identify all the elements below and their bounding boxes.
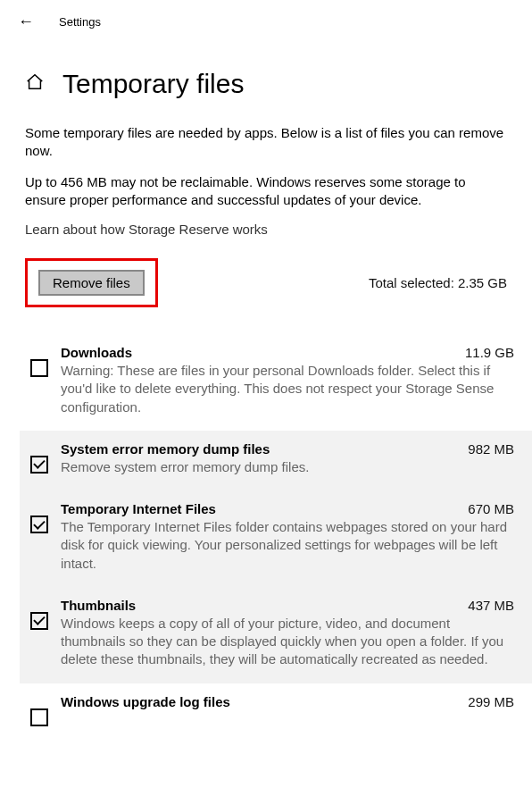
file-item-size: 437 MB bbox=[459, 598, 514, 613]
file-item-size: 299 MB bbox=[459, 694, 514, 709]
file-item-description: The Temporary Internet Files folder cont… bbox=[61, 518, 514, 573]
remove-files-button[interactable]: Remove files bbox=[38, 270, 145, 296]
file-item-body: Thumbnails437 MBWindows keeps a copy of … bbox=[61, 598, 514, 669]
description-2: Up to 456 MB may not be reclaimable. Win… bbox=[25, 173, 507, 210]
file-item[interactable]: Thumbnails437 MBWindows keeps a copy of … bbox=[20, 587, 532, 683]
file-item-name: System error memory dump files bbox=[61, 441, 270, 457]
header-title: Settings bbox=[59, 15, 101, 29]
description-1: Some temporary files are needed by apps.… bbox=[25, 124, 507, 161]
file-item-size: 982 MB bbox=[459, 441, 514, 457]
file-item-head: Downloads11.9 GB bbox=[61, 345, 514, 360]
file-item-body: System error memory dump files982 MBRemo… bbox=[61, 441, 514, 476]
content: Some temporary files are needed by apps.… bbox=[0, 106, 532, 741]
file-item-name: Temporary Internet Files bbox=[61, 501, 216, 516]
file-item-size: 11.9 GB bbox=[456, 345, 514, 360]
file-item[interactable]: System error memory dump files982 MBRemo… bbox=[20, 431, 532, 490]
file-item-head: Temporary Internet Files670 MB bbox=[61, 501, 514, 516]
total-selected-label: Total selected: 2.35 GB bbox=[369, 275, 507, 290]
home-icon[interactable] bbox=[25, 72, 45, 96]
action-row: Remove files Total selected: 2.35 GB bbox=[25, 258, 507, 307]
file-item-description: Windows keeps a copy of all of your pict… bbox=[61, 615, 514, 669]
file-item-name: Windows upgrade log files bbox=[61, 694, 230, 709]
file-item-name: Thumbnails bbox=[61, 598, 136, 613]
highlight-annotation: Remove files bbox=[25, 258, 158, 307]
header-bar: ← Settings bbox=[0, 0, 532, 44]
title-row: Temporary files bbox=[0, 44, 532, 106]
checkbox[interactable] bbox=[30, 516, 48, 533]
file-item-size: 670 MB bbox=[459, 501, 514, 516]
file-list: Downloads11.9 GBWarning: These are files… bbox=[20, 334, 532, 741]
file-item-head: Windows upgrade log files299 MB bbox=[61, 694, 514, 709]
file-item-head: Thumbnails437 MB bbox=[61, 598, 514, 613]
file-item-head: System error memory dump files982 MB bbox=[61, 441, 514, 457]
back-arrow-icon[interactable]: ← bbox=[18, 13, 34, 31]
storage-reserve-link[interactable]: Learn about how Storage Reserve works bbox=[25, 222, 268, 237]
file-item-description: Remove system error memory dump files. bbox=[61, 458, 514, 476]
checkbox[interactable] bbox=[30, 456, 48, 474]
file-item-description: Warning: These are files in your persona… bbox=[61, 362, 514, 416]
page-title: Temporary files bbox=[62, 69, 244, 99]
checkbox[interactable] bbox=[30, 359, 48, 377]
file-item-body: Downloads11.9 GBWarning: These are files… bbox=[61, 345, 514, 416]
checkbox[interactable] bbox=[30, 612, 48, 630]
file-item[interactable]: Windows upgrade log files299 MB bbox=[20, 683, 532, 741]
file-item-name: Downloads bbox=[61, 345, 132, 360]
file-item-body: Temporary Internet Files670 MBThe Tempor… bbox=[61, 501, 514, 573]
file-item[interactable]: Downloads11.9 GBWarning: These are files… bbox=[20, 334, 532, 431]
checkbox[interactable] bbox=[30, 708, 48, 726]
file-item-body: Windows upgrade log files299 MB bbox=[61, 694, 514, 726]
file-item[interactable]: Temporary Internet Files670 MBThe Tempor… bbox=[20, 490, 532, 587]
